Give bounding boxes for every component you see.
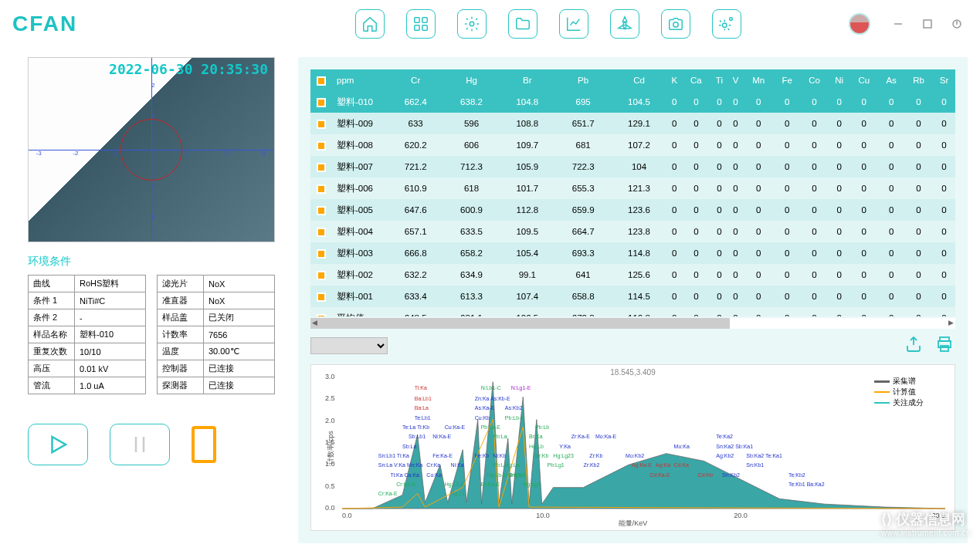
table-row[interactable]: 塑料-001633.4613.3107.4658.8114.5000000000… [310,286,955,307]
svg-rect-2 [415,25,419,30]
param-val: RoHS塑料 [75,276,146,292]
col-header[interactable]: Cu [849,69,878,92]
window-controls [849,13,968,35]
topbar: CFAN [0,0,980,48]
param-val: NoX [204,276,275,292]
param-key: 样品名称 [29,326,75,343]
col-header[interactable]: V [728,69,743,92]
param-key: 准直器 [158,292,204,309]
camera-timestamp: 2022-06-30 20:35:30 [109,61,268,77]
param-val: NiTi#C [75,292,146,309]
param-key: 管流 [29,377,75,394]
folder-icon[interactable] [508,9,537,39]
param-val: 7656 [204,326,275,343]
svg-rect-1 [422,18,427,22]
col-header[interactable]: Ni [829,69,849,92]
camera-view: 2022-06-30 20:35:30 -3-2-1 123 12 12 [28,57,275,242]
home-icon[interactable] [355,9,385,39]
param-val: NoX [204,292,275,309]
col-header[interactable] [310,69,332,92]
svg-rect-12 [941,346,948,351]
col-header[interactable]: Ti [710,69,728,92]
table-row[interactable]: 塑料-002632.2634.999.1641125.6000000000000 [310,264,955,286]
param-key: 温度 [158,343,204,360]
pause-button[interactable] [110,424,170,465]
advanced-settings-icon[interactable] [712,9,741,39]
chart-select[interactable] [310,337,388,354]
table-row[interactable]: 塑料-004657.1633.5109.5664.7123.8000000000… [310,221,955,242]
col-header[interactable]: Cd [611,69,666,92]
col-header[interactable]: Ca [682,69,710,92]
table-row[interactable]: 塑料-010662.4638.2104.8695104.500000000000… [310,92,955,113]
col-header[interactable]: ppm [332,69,388,92]
param-key: 滤光片 [158,276,204,292]
param-val: 10/10 [75,343,146,360]
param-key: 计数率 [158,326,204,343]
table-row[interactable]: 塑料-008620.2606109.7681107.2000000000000 [310,134,955,156]
svg-point-5 [623,22,626,25]
table-row[interactable]: 塑料-006610.9618101.7655.3121.300000000000… [310,177,955,199]
counter-digit [192,426,216,463]
chart-icon[interactable] [559,9,588,39]
col-header[interactable]: Fe [774,69,800,92]
params-table-left: 曲线RoHS塑料条件 1NiTi#C条件 2-样品名称塑料-010重复次数10/… [28,275,146,394]
svg-rect-3 [422,25,427,30]
svg-point-7 [723,23,727,28]
grid-scrollbar[interactable]: ◀▶ [310,318,955,329]
col-header[interactable]: Pb [555,69,611,92]
results-grid[interactable]: ppmCrHgBrPbCdKCaTiVMnFeCoNiCuAsRbSr塑料-01… [310,69,955,316]
col-header[interactable]: Br [500,69,555,92]
col-header[interactable]: Hg [443,69,499,92]
env-section-title: 环境条件 [28,255,275,269]
settings-icon[interactable] [457,9,487,39]
topicons [355,9,741,39]
col-header[interactable]: K [667,69,682,92]
play-button[interactable] [28,424,88,465]
chart-xlabel: 能量/KeV [619,519,648,529]
param-val: 塑料-010 [75,326,146,343]
minimize-button[interactable] [887,17,909,31]
chart-toolbar [310,329,955,360]
svg-rect-0 [415,18,419,22]
param-key: 控制器 [158,360,204,377]
svg-point-4 [470,22,474,26]
table-row[interactable]: 塑料-009633596108.8651.7129.1000000000000 [310,113,955,134]
param-val: 0.01 kV [75,360,146,377]
table-row[interactable]: 塑料-005647.6600.9112.8659.9123.6000000000… [310,199,955,221]
svg-rect-9 [924,20,931,28]
param-val: - [75,309,146,326]
col-header[interactable]: Sr [933,69,955,92]
left-panel: 2022-06-30 20:35:30 -3-2-1 123 12 12 环境条… [12,51,290,543]
col-header[interactable]: Mn [743,69,774,92]
col-header[interactable]: Rb [904,69,933,92]
param-key: 条件 2 [29,309,75,326]
table-row[interactable]: 平均值648.5631.1106.5672.3116.8000000000000 [310,307,955,316]
param-key: 重复次数 [29,343,75,360]
col-header[interactable]: Cr [388,69,443,92]
param-val: 1.0 uA [75,377,146,394]
params-tables: 曲线RoHS塑料条件 1NiTi#C条件 2-样品名称塑料-010重复次数10/… [12,275,290,394]
export-button[interactable] [903,335,924,357]
right-panel: ppmCrHgBrPbCdKCaTiVMnFeCoNiCuAsRbSr塑料-01… [298,57,968,543]
col-header[interactable]: Co [800,69,829,92]
param-key: 曲线 [29,276,75,292]
results-grid-wrapper[interactable]: ppmCrHgBrPbCdKCaTiVMnFeCoNiCuAsRbSr塑料-01… [310,69,955,316]
playback-controls [12,394,290,465]
table-row[interactable]: 塑料-003666.8658.2105.4693.3114.8000000000… [310,242,955,264]
param-val: 已连接 [204,360,275,377]
radiation-icon[interactable] [610,9,639,39]
print-button[interactable] [934,335,955,357]
spectrum-chart[interactable]: 18.545,3.409 采集谱 计算值 关注成分 计数率/cps 能量/KeV… [310,364,955,531]
close-button[interactable] [946,17,968,31]
svg-point-6 [673,22,678,27]
camera-icon[interactable] [661,9,690,39]
user-avatar[interactable] [849,13,870,35]
param-key: 样品盖 [158,309,204,326]
apps-icon[interactable] [406,9,436,39]
param-key: 高压 [29,360,75,377]
param-val: 30.00℃ [204,343,275,360]
params-table-right: 滤光片NoX准直器NoX样品盖已关闭计数率7656温度30.00℃控制器已连接探… [157,275,275,394]
table-row[interactable]: 塑料-007721.2712.3105.9722.310400000000000… [310,156,955,177]
maximize-button[interactable] [917,17,938,31]
col-header[interactable]: As [878,69,904,92]
